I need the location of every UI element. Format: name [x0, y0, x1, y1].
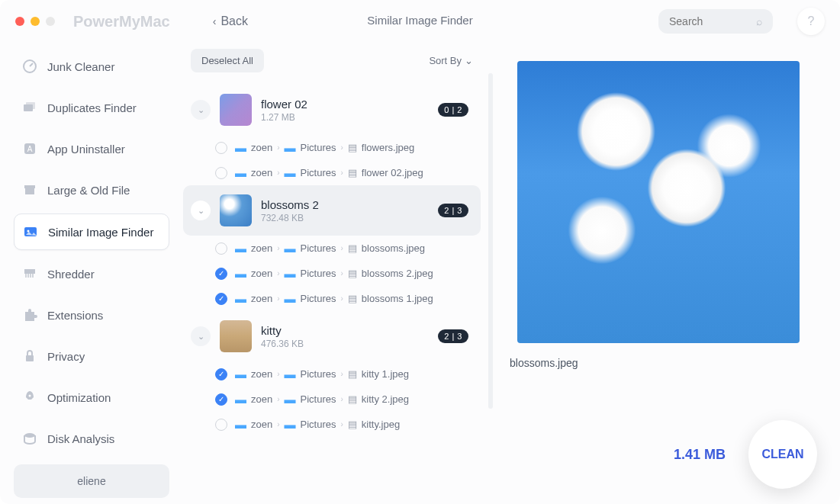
file-icon: ▤ — [348, 368, 357, 380]
sidebar-item-app-uninstaller[interactable]: A App Uninstaller — [14, 131, 169, 166]
deselect-all-button[interactable]: Deselect All — [191, 49, 264, 72]
collapse-icon[interactable]: ⌄ — [191, 326, 211, 346]
selection-badge: 2 | 3 — [438, 329, 468, 343]
clean-button[interactable]: CLEAN — [748, 420, 817, 489]
svg-rect-10 — [26, 355, 34, 361]
file-name: blossoms 2.jpeg — [362, 268, 433, 279]
file-row[interactable]: ▬zoen›▬Pictures› ▤ kitty.jpeg — [183, 412, 481, 437]
group-header[interactable]: ⌄ blossoms 2 732.48 KB 2 | 3 — [183, 185, 481, 236]
group-size: 476.36 KB — [261, 339, 429, 349]
sidebar-item-duplicates[interactable]: Duplicates Finder — [14, 90, 169, 125]
user-pill[interactable]: eliene — [14, 464, 169, 498]
sidebar-item-similar-image[interactable]: Similar Image Finder — [14, 213, 169, 250]
page-title: Similar Image Finder — [367, 14, 472, 27]
file-path: ▬zoen›▬Pictures› ▤ kitty 1.jpeg — [235, 368, 409, 380]
folder-icon: ▬ — [235, 166, 246, 179]
archive-icon — [21, 181, 38, 198]
file-path: ▬zoen›▬Pictures› ▤ blossoms 2.jpeg — [235, 267, 433, 280]
file-path: ▬zoen›▬Pictures› ▤ kitty.jpeg — [235, 418, 400, 431]
gauge-icon — [21, 58, 38, 75]
file-checkbox[interactable] — [215, 242, 227, 255]
file-name: blossoms 1.jpeg — [362, 293, 433, 304]
sidebar-item-label: Disk Analysis — [47, 432, 114, 445]
svg-rect-6 — [25, 188, 34, 194]
file-checkbox[interactable] — [215, 167, 227, 179]
file-row[interactable]: ✓ ▬zoen›▬Pictures› ▤ blossoms 1.jpeg — [183, 286, 481, 311]
selection-badge: 0 | 2 — [438, 103, 468, 117]
group-name: blossoms 2 — [261, 198, 429, 211]
file-checkbox[interactable]: ✓ — [215, 268, 227, 280]
file-row[interactable]: ✓ ▬zoen›▬Pictures› ▤ blossoms 2.jpeg — [183, 261, 481, 286]
file-checkbox[interactable] — [215, 142, 227, 154]
sidebar-item-label: App Uninstaller — [47, 143, 125, 156]
sidebar-item-label: Similar Image Finder — [48, 226, 153, 239]
group-header[interactable]: ⌄ kitty 476.36 KB 2 | 3 — [183, 311, 481, 361]
group-thumbnail — [220, 320, 252, 352]
collapse-icon[interactable]: ⌄ — [191, 100, 211, 120]
folder-icon: ▬ — [235, 242, 246, 255]
search-input[interactable] — [669, 15, 756, 27]
close-window-button[interactable] — [15, 17, 24, 26]
file-row[interactable]: ✓ ▬zoen›▬Pictures› ▤ kitty 2.jpeg — [183, 387, 481, 412]
sort-by-dropdown[interactable]: Sort By ⌄ — [429, 55, 473, 66]
sidebar-item-label: Large & Old File — [47, 184, 130, 197]
folder-icon: ▬ — [285, 242, 296, 255]
preview-filename: blossoms.jpeg — [510, 357, 809, 369]
file-name: kitty 1.jpeg — [362, 368, 409, 380]
chevron-down-icon: ⌄ — [465, 55, 473, 66]
sidebar-item-shredder[interactable]: Shredder — [14, 256, 169, 291]
group-header[interactable]: ⌄ flower 02 1.27 MB 0 | 2 — [183, 85, 481, 135]
sidebar-item-label: Privacy — [47, 350, 85, 363]
svg-point-11 — [29, 395, 31, 397]
folder-icon: ▬ — [285, 368, 296, 380]
puzzle-icon — [21, 307, 38, 323]
file-checkbox[interactable] — [215, 419, 227, 431]
group-thumbnail — [220, 94, 252, 126]
sidebar-item-junk-cleaner[interactable]: Junk Cleaner — [14, 49, 169, 84]
sidebar-item-large-old[interactable]: Large & Old File — [14, 172, 169, 207]
sidebar-item-label: Shredder — [47, 268, 95, 281]
folder-icon: ▬ — [235, 368, 246, 380]
list-pane: Deselect All Sort By ⌄ ⌄ flower 02 1.27 … — [183, 43, 488, 504]
file-path: ▬zoen›▬Pictures› ▤ kitty 2.jpeg — [235, 393, 409, 406]
file-row[interactable]: ▬zoen›▬Pictures› ▤ flower 02.jpeg — [183, 160, 481, 185]
sidebar-item-disk-analysis[interactable]: Disk Analysis — [14, 421, 169, 456]
group-size: 1.27 MB — [261, 112, 429, 123]
file-icon: ▤ — [348, 419, 357, 430]
sidebar-item-label: Duplicates Finder — [47, 101, 137, 114]
file-row[interactable]: ▬zoen›▬Pictures› ▤ blossoms.jpeg — [183, 236, 481, 261]
file-row[interactable]: ▬zoen›▬Pictures› ▤ flowers.jpeg — [183, 135, 481, 160]
file-icon: ▤ — [348, 242, 357, 254]
total-selected-size: 1.41 MB — [674, 447, 726, 463]
lock-icon — [21, 348, 38, 364]
file-name: kitty.jpeg — [362, 419, 400, 430]
scrollbar-track[interactable] — [488, 73, 493, 409]
selection-badge: 2 | 3 — [438, 204, 468, 217]
minimize-window-button[interactable] — [31, 17, 40, 26]
file-icon: ▤ — [348, 142, 357, 153]
folder-icon: ▬ — [235, 393, 246, 406]
file-path: ▬zoen›▬Pictures› ▤ blossoms 1.jpeg — [235, 292, 433, 305]
help-button[interactable]: ? — [797, 8, 825, 35]
collapse-icon[interactable]: ⌄ — [191, 201, 211, 220]
file-path: ▬zoen›▬Pictures› ▤ flower 02.jpeg — [235, 166, 423, 179]
file-name: flower 02.jpeg — [362, 167, 423, 178]
group-size: 732.48 KB — [261, 213, 429, 223]
sidebar-item-privacy[interactable]: Privacy — [14, 339, 169, 374]
sidebar-item-optimization[interactable]: Optimization — [14, 380, 169, 415]
back-button[interactable]: ‹ Back — [213, 14, 248, 28]
sidebar: Junk Cleaner Duplicates Finder A App Uni… — [0, 43, 183, 504]
search-box[interactable]: ⌕ — [658, 9, 773, 34]
app-name: PowerMyMac — [73, 13, 170, 30]
file-checkbox[interactable]: ✓ — [215, 293, 227, 305]
disk-icon — [21, 430, 38, 447]
sidebar-item-extensions[interactable]: Extensions — [14, 297, 169, 332]
titlebar: PowerMyMac ‹ Back Similar Image Finder ⌕… — [0, 0, 840, 43]
sort-by-label: Sort By — [429, 55, 462, 66]
svg-rect-9 — [24, 269, 35, 274]
file-row[interactable]: ✓ ▬zoen›▬Pictures› ▤ kitty 1.jpeg — [183, 361, 481, 387]
file-checkbox[interactable]: ✓ — [215, 368, 227, 380]
maximize-window-button[interactable] — [46, 17, 55, 26]
file-checkbox[interactable]: ✓ — [215, 393, 227, 406]
svg-point-8 — [27, 230, 30, 233]
